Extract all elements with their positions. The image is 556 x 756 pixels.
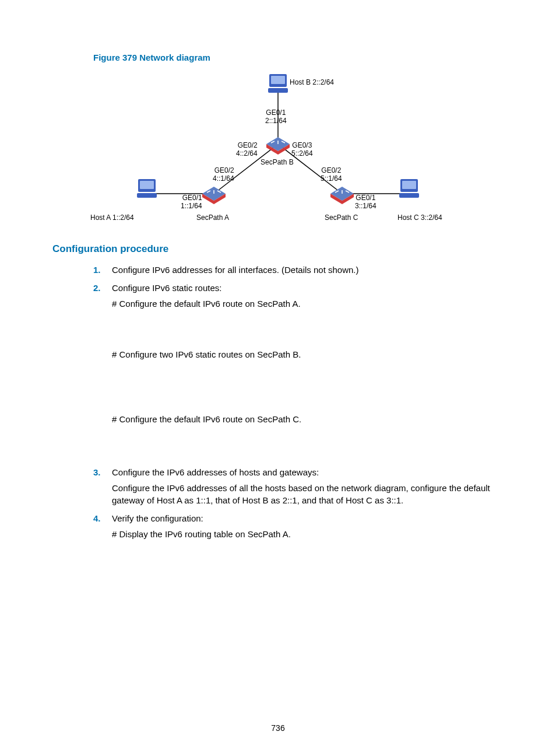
- page-number: 736: [0, 723, 556, 733]
- label-ge02-aright: GE0/2 4::1/64: [213, 167, 234, 183]
- step-text: Configure the IPv6 addresses of hosts an…: [112, 467, 319, 477]
- host-a-icon: [137, 179, 157, 198]
- host-b-icon: [268, 74, 288, 93]
- label-ge01-a: GE0/1 1::1/64: [181, 194, 202, 211]
- label-secpath-a: SecPath A: [196, 214, 229, 222]
- secpath-a-icon: [202, 187, 226, 204]
- svg-rect-9: [140, 181, 154, 189]
- svg-rect-6: [271, 76, 285, 84]
- secpath-b-icon: [266, 137, 290, 155]
- network-diagram: Host B 2::2/64 GE0/1 2::1/64 GE0/2 4::2/…: [52, 68, 504, 226]
- diagram-svg: [92, 68, 464, 226]
- step-text: Configure IPv6 addresses for all interfa…: [112, 265, 359, 275]
- svg-rect-10: [137, 193, 157, 198]
- svg-rect-13: [399, 193, 419, 198]
- host-c-icon: [399, 179, 419, 198]
- step-text: Configure IPv6 static routes:: [112, 283, 221, 293]
- secpath-c-icon: [330, 187, 354, 204]
- label-ge02-cleft: GE0/2 5::1/64: [321, 167, 342, 183]
- step-2-sub3: # Configure the default IPv6 route on Se…: [112, 413, 504, 425]
- step-text: Verify the configuration:: [112, 513, 203, 523]
- step-2-sub2: # Configure two IPv6 static routes on Se…: [112, 348, 504, 360]
- step-4: 4. Verify the configuration: # Display t…: [93, 512, 504, 540]
- figure-title: Figure 379 Network diagram: [93, 52, 504, 62]
- step-1: 1. Configure IPv6 addresses for all inte…: [93, 264, 504, 276]
- step-number: 2.: [93, 282, 101, 294]
- step-4-sub1: # Display the IPv6 routing table on SecP…: [112, 528, 504, 540]
- label-ge01-top: GE0/1 2::1/64: [265, 109, 287, 125]
- label-ge01-c: GE0/1 3::1/64: [355, 194, 376, 211]
- step-number: 4.: [93, 512, 101, 524]
- label-host-b: Host B 2::2/64: [290, 79, 334, 87]
- label-host-a: Host A 1::2/64: [90, 214, 134, 222]
- step-number: 3.: [93, 466, 101, 478]
- step-2-sub1: # Configure the default IPv6 route on Se…: [112, 298, 504, 310]
- procedure-list: 1. Configure IPv6 addresses for all inte…: [93, 264, 504, 540]
- step-3: 3. Configure the IPv6 addresses of hosts…: [93, 466, 504, 506]
- svg-rect-7: [268, 88, 288, 93]
- label-secpath-c: SecPath C: [325, 214, 358, 222]
- label-ge02-bleft: GE0/2 4::2/64: [236, 142, 258, 158]
- label-host-c: Host C 3::2/64: [397, 214, 442, 222]
- step-2: 2. Configure IPv6 static routes: # Confi…: [93, 282, 504, 460]
- svg-rect-12: [402, 181, 416, 189]
- section-heading: Configuration procedure: [52, 243, 504, 255]
- label-secpath-b: SecPath B: [261, 159, 294, 167]
- label-ge03-bright: GE0/3 5::2/64: [291, 142, 313, 158]
- step-3-sub1: Configure the IPv6 addresses of all the …: [112, 482, 504, 506]
- page: Figure 379 Network diagram: [0, 0, 556, 756]
- step-number: 1.: [93, 264, 101, 276]
